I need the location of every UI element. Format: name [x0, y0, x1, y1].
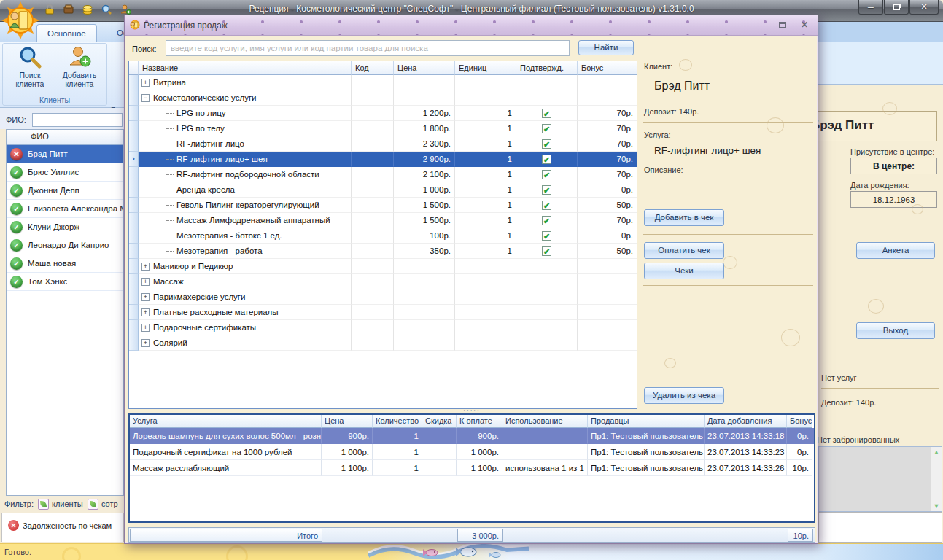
- cart-row[interactable]: Массаж расслабляющий1 100р.11 100р.испол…: [130, 460, 814, 476]
- client-row[interactable]: ✓Елизавета Александра Мар: [7, 200, 123, 218]
- expand-icon[interactable]: +: [141, 293, 150, 301]
- notes-box[interactable]: [818, 512, 942, 543]
- tree-row[interactable]: +Витрина: [129, 75, 637, 90]
- tab-main[interactable]: Основное: [36, 24, 97, 42]
- col-code[interactable]: Код: [352, 61, 394, 75]
- client-row[interactable]: ✓Джонни Депп: [7, 182, 123, 200]
- client-row[interactable]: ✓Леонардо Ди Каприо: [7, 236, 123, 254]
- cart-col-price[interactable]: Цена: [322, 415, 373, 428]
- col-units[interactable]: Единиц: [455, 61, 516, 75]
- debt-label[interactable]: Задолженость по чекам: [23, 521, 112, 530]
- confirmed-checkbox[interactable]: ✔: [542, 170, 551, 179]
- coins-icon[interactable]: [80, 2, 95, 16]
- confirmed-checkbox[interactable]: ✔: [542, 185, 551, 195]
- tree-row[interactable]: Аренда кресла1 000р.1✔0р.: [129, 182, 637, 198]
- add-client-button[interactable]: Добавить клиента: [55, 44, 104, 96]
- tree-row[interactable]: +Массаж: [129, 274, 637, 289]
- dialog-close-button[interactable]: ✕: [799, 20, 810, 30]
- collapse-icon[interactable]: −: [141, 94, 150, 102]
- pay-check-button[interactable]: Оплатить чек: [644, 242, 724, 259]
- cart-col-qty[interactable]: Количество: [373, 415, 422, 428]
- anketa-button[interactable]: Анкета: [856, 242, 935, 259]
- cart-row[interactable]: Подарочный сертификат на 1000 рублей1 00…: [130, 444, 814, 460]
- confirmed-checkbox[interactable]: ✔: [542, 246, 551, 256]
- tree-row[interactable]: +Парикмахерские услуги: [129, 289, 637, 305]
- ok-status-icon: ✓: [10, 166, 23, 179]
- remove-from-check-button[interactable]: Удалить из чека: [644, 387, 724, 404]
- fio-input[interactable]: [32, 113, 123, 127]
- dialog-titlebar[interactable]: Регистрация продаж ✕: [125, 15, 818, 36]
- tree-row[interactable]: Массаж Лимфодренажный аппаратный1 500р.1…: [129, 213, 637, 228]
- tree-row[interactable]: ›RF-лифтинг лицо+ шея2 900р.1✔70р.: [129, 152, 637, 167]
- dialog-search-input[interactable]: [166, 40, 570, 56]
- confirmed-checkbox[interactable]: ✔: [542, 139, 551, 149]
- confirmed-checkbox[interactable]: ✔: [542, 124, 551, 133]
- expand-icon[interactable]: +: [141, 79, 150, 87]
- dialog-restore-button[interactable]: [777, 20, 788, 30]
- cart-col-topay[interactable]: К оплате: [457, 415, 502, 428]
- cart-col-service[interactable]: Услуга: [130, 415, 322, 428]
- reserved-listbox[interactable]: ▲ ▼: [818, 446, 942, 512]
- fio-label: ФИО:: [6, 115, 26, 124]
- lock-icon[interactable]: [42, 2, 57, 16]
- tree-row[interactable]: +Солярий: [129, 335, 637, 351]
- client-row[interactable]: ✓Брюс Уиллис: [7, 163, 123, 182]
- search-icon[interactable]: [99, 2, 114, 16]
- tree-group-label: Подарочные сертификаты: [153, 323, 256, 332]
- expand-icon[interactable]: +: [141, 262, 150, 271]
- confirmed-checkbox[interactable]: ✔: [542, 109, 551, 118]
- expand-icon[interactable]: +: [141, 308, 150, 316]
- col-confirmed[interactable]: Подтвержд.: [516, 61, 578, 75]
- add-to-check-button[interactable]: Добавить в чек: [644, 209, 724, 226]
- tree-row[interactable]: LPG по лицу1 200р.1✔70р.: [129, 106, 637, 121]
- tree-row[interactable]: +Подарочные сертификаты: [129, 320, 637, 335]
- tree-row[interactable]: +Платные расходные материалы: [129, 305, 637, 320]
- tree-row[interactable]: +Маникюр и Педикюр: [129, 259, 637, 274]
- confirmed-checkbox[interactable]: ✔: [542, 231, 551, 241]
- cart-col-discount[interactable]: Скидка: [422, 415, 457, 428]
- client-row[interactable]: ✕Брэд Питт: [7, 145, 123, 163]
- cashbox-icon[interactable]: [61, 2, 76, 16]
- tree-row[interactable]: Мезотерапия - ботокс 1 ед.100р.1✔0р.: [129, 228, 637, 244]
- cart-row[interactable]: Лореаль шампунь для сухих волос 500мл - …: [130, 428, 814, 444]
- close-button[interactable]: ✕: [909, 0, 939, 15]
- col-price[interactable]: Цена: [394, 61, 455, 75]
- col-name[interactable]: Название: [139, 61, 352, 75]
- expand-icon[interactable]: +: [141, 324, 150, 332]
- find-button[interactable]: Найти: [578, 40, 634, 55]
- client-row[interactable]: ✓Маша новая: [7, 254, 123, 273]
- scroll-up-icon[interactable]: ▲: [931, 448, 942, 456]
- tree-cell-confirmed: [516, 90, 578, 106]
- maximize-button[interactable]: [884, 0, 909, 15]
- cart-col-added[interactable]: Дата добавления: [705, 415, 787, 428]
- tree-row[interactable]: Геволь Пилинг кераторегулирующий1 500р.1…: [129, 198, 637, 213]
- client-row[interactable]: ✓Клуни Джорж: [7, 218, 123, 236]
- cart-col-sellers[interactable]: Продавцы: [588, 415, 705, 428]
- filter-staff-checkbox[interactable]: [88, 499, 98, 510]
- app-logo-icon[interactable]: [1, 1, 39, 40]
- expand-icon[interactable]: +: [141, 278, 150, 286]
- confirmed-checkbox[interactable]: ✔: [542, 155, 551, 164]
- client-row[interactable]: ✓Том Хэнкс: [7, 273, 123, 291]
- tree-row[interactable]: RF-лифтинг лицо2 300р.1✔70р.: [129, 136, 637, 152]
- scroll-down-icon[interactable]: ▼: [931, 502, 942, 510]
- minimize-button[interactable]: ─: [858, 0, 883, 15]
- checks-button[interactable]: Чеки: [644, 262, 724, 279]
- exit-button[interactable]: Выход: [856, 322, 935, 339]
- scrollbar[interactable]: ▲ ▼: [931, 447, 942, 511]
- splitter-handle[interactable]: ·····: [128, 409, 815, 413]
- tree-row[interactable]: Мезотерапия - работа350р.1✔50р.: [129, 244, 637, 259]
- confirmed-checkbox[interactable]: ✔: [542, 216, 551, 225]
- cart-col-usage[interactable]: Использование: [502, 415, 588, 428]
- tree-row[interactable]: −Косметологические услуги: [129, 90, 637, 106]
- tree-cell-name: +Витрина: [139, 75, 352, 90]
- cart-col-bonus[interactable]: Бонус: [787, 415, 812, 428]
- tree-row[interactable]: RF-лифтинг подбородочной области2 100р.1…: [129, 167, 637, 182]
- confirmed-checkbox[interactable]: ✔: [542, 201, 551, 210]
- col-bonus[interactable]: Бонус: [578, 61, 637, 75]
- expand-icon[interactable]: +: [141, 339, 150, 347]
- row-indicator: ›: [129, 152, 139, 167]
- tree-row[interactable]: LPG по телу1 800р.1✔70р.: [129, 121, 637, 136]
- search-client-button[interactable]: Поиск клиента: [6, 44, 54, 96]
- filter-clients-checkbox[interactable]: [38, 499, 49, 510]
